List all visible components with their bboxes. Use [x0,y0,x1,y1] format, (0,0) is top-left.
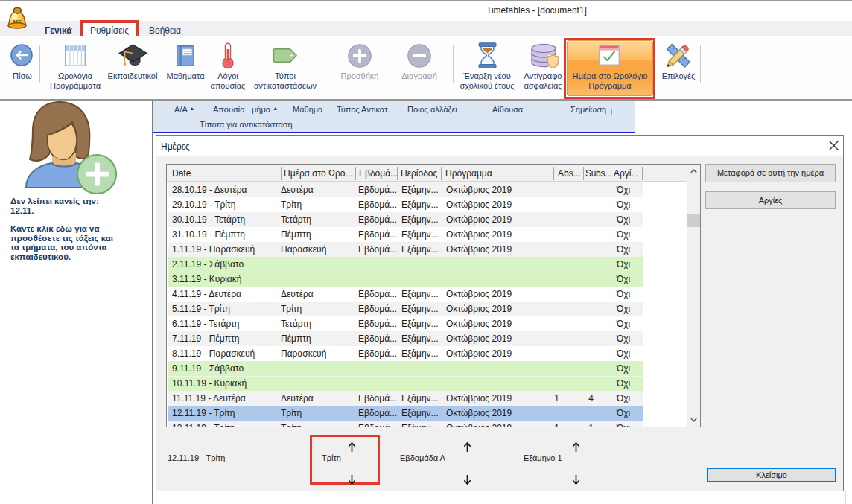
svg-text:asc: asc [13,18,22,25]
